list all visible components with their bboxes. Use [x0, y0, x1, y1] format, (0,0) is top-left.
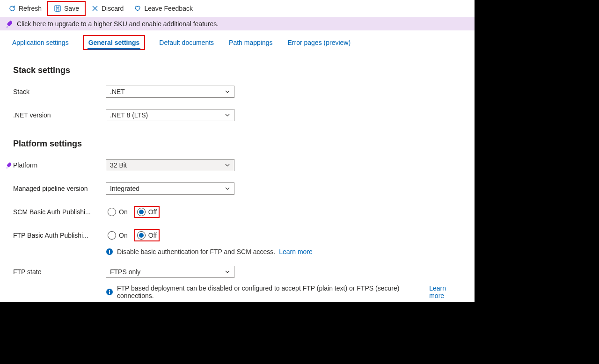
ftpstate-text: FTP based deployment can be disabled or … [117, 284, 425, 299]
platform-value: 32 Bit [110, 161, 127, 169]
ftpstate-info: FTP based deployment can be disabled or … [106, 284, 461, 299]
basic-auth-text: Disable basic authentication for FTP and… [117, 248, 275, 255]
save-icon [54, 5, 61, 12]
chevron-down-icon [225, 186, 230, 191]
chevron-down-icon [225, 162, 230, 168]
upgrade-banner[interactable]: Click here to upgrade to a higher SKU an… [0, 17, 475, 30]
svg-rect-7 [109, 290, 110, 291]
ftp-off-radio[interactable] [137, 231, 146, 240]
platform-label: Platform [13, 161, 106, 169]
netversion-select[interactable]: .NET 8 (LTS) [106, 109, 234, 121]
ftp-radio-group: On Off [106, 229, 160, 241]
ftp-off-label: Off [148, 232, 157, 239]
rocket-icon [6, 20, 13, 28]
ftp-label: FTP Basic Auth Publishi... [13, 232, 88, 239]
tab-general-highlight: General settings [83, 35, 146, 50]
ftpstate-row: FTP state FTPS only [13, 264, 461, 280]
heart-icon [134, 5, 141, 12]
discard-button[interactable]: Discard [87, 2, 128, 15]
ftp-row: FTP Basic Auth Publishi... On Off [13, 227, 461, 243]
scm-on-radio[interactable] [108, 208, 116, 216]
scm-off-radio[interactable] [137, 208, 146, 216]
basic-auth-learn-more[interactable]: Learn more [279, 248, 313, 255]
ftpstate-select[interactable]: FTPS only [106, 266, 234, 278]
app-panel: Refresh Save Discard Leave Feedback Clic… [0, 0, 475, 302]
stack-row: Stack .NET [13, 84, 461, 100]
pipeline-value: Integrated [110, 185, 139, 192]
save-label: Save [64, 5, 79, 12]
stack-value: .NET [110, 88, 125, 95]
platform-select[interactable]: 32 Bit [106, 159, 234, 171]
refresh-label: Refresh [19, 5, 42, 12]
svg-rect-4 [109, 250, 110, 251]
svg-rect-0 [55, 6, 60, 11]
ftpstate-label: FTP state [13, 268, 106, 276]
rocket-icon [6, 162, 12, 168]
stack-select[interactable]: .NET [106, 86, 234, 98]
scm-row: SCM Basic Auth Publishi... On Off [13, 204, 461, 220]
discard-label: Discard [102, 5, 124, 12]
chevron-down-icon [225, 269, 230, 275]
tab-default-documents[interactable]: Default documents [158, 35, 215, 50]
tab-path-mappings[interactable]: Path mappings [228, 35, 273, 50]
info-icon [106, 288, 113, 296]
ftpstate-learn-more[interactable]: Learn more [429, 284, 461, 299]
scm-on-label: On [119, 208, 128, 216]
chevron-down-icon [225, 112, 230, 118]
ftp-on-radio[interactable] [108, 231, 116, 240]
svg-rect-1 [56, 9, 59, 11]
svg-rect-6 [109, 291, 110, 294]
save-button[interactable]: Save [52, 4, 81, 13]
netversion-label: .NET version [13, 111, 106, 119]
pipeline-select[interactable]: Integrated [106, 182, 234, 195]
scm-radio-group: On Off [106, 206, 160, 218]
feedback-label: Leave Feedback [144, 5, 193, 12]
save-highlight: Save [47, 1, 86, 16]
netversion-row: .NET version .NET 8 (LTS) [13, 107, 461, 123]
close-icon [91, 5, 99, 12]
platform-settings-heading: Platform settings [13, 139, 461, 149]
pipeline-label: Managed pipeline version [13, 185, 106, 192]
banner-text: Click here to upgrade to a higher SKU an… [17, 20, 219, 28]
tab-general-settings[interactable]: General settings [88, 38, 141, 50]
info-icon [106, 248, 113, 255]
tabs: Application settings General settings De… [0, 30, 475, 51]
ftp-on-label: On [119, 232, 128, 239]
feedback-button[interactable]: Leave Feedback [129, 2, 197, 15]
tab-error-pages[interactable]: Error pages (preview) [286, 35, 351, 50]
toolbar: Refresh Save Discard Leave Feedback [0, 0, 475, 17]
scm-off-label: Off [148, 208, 157, 216]
stack-label: Stack [13, 88, 106, 95]
scm-label: SCM Basic Auth Publishi... [13, 208, 91, 216]
content: Stack settings Stack .NET .NET version .… [0, 51, 475, 302]
refresh-button[interactable]: Refresh [4, 2, 46, 15]
platform-row: Platform 32 Bit [13, 157, 461, 173]
stack-settings-heading: Stack settings [13, 66, 461, 75]
tab-application-settings[interactable]: Application settings [11, 35, 70, 50]
basic-auth-info: Disable basic authentication for FTP and… [106, 248, 461, 255]
pipeline-row: Managed pipeline version Integrated [13, 181, 461, 197]
ftpstate-value: FTPS only [110, 268, 140, 276]
refresh-icon [8, 5, 16, 12]
chevron-down-icon [225, 89, 230, 95]
svg-rect-3 [109, 251, 110, 254]
netversion-value: .NET 8 (LTS) [110, 111, 148, 119]
